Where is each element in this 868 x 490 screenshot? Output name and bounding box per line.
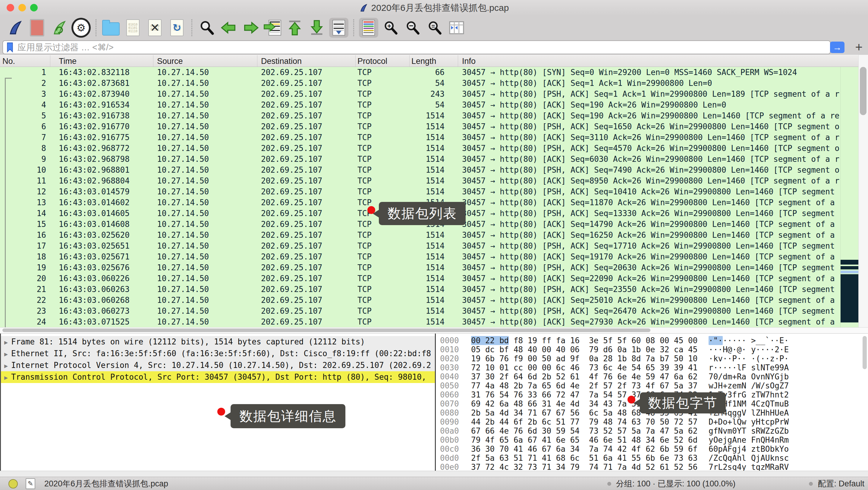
- horizontal-scrollbar-thumb[interactable]: [2, 329, 650, 332]
- close-window-button[interactable]: [7, 4, 14, 11]
- packet-no-cell: 24: [0, 316, 50, 327]
- packet-protocol-cell: TCP: [355, 89, 410, 99]
- go-to-packet-button[interactable]: [263, 18, 282, 38]
- minimize-window-button[interactable]: [19, 4, 26, 11]
- detail-row[interactable]: ▶Transmission Control Protocol, Src Port…: [1, 371, 435, 383]
- hex-row[interactable]: 003072 10 01 cc 00 00 6c 46 73 6c 4e 54 …: [436, 363, 868, 372]
- packet-row[interactable]: 1116:43:02.96880410.27.14.50202.69.25.10…: [0, 175, 840, 186]
- hex-row[interactable]: 00e037 72 4c 32 73 71 34 79 74 71 7a 4d …: [436, 463, 868, 471]
- start-capture-button[interactable]: [5, 18, 25, 38]
- packet-row[interactable]: 416:43:02.91653410.27.14.50202.69.25.107…: [0, 99, 840, 110]
- first-packet-button[interactable]: [285, 18, 304, 38]
- packet-row[interactable]: 316:43:02.87394010.27.14.50202.69.25.107…: [0, 89, 840, 99]
- display-filter-input[interactable]: [17, 42, 830, 53]
- column-header-length[interactable]: Length: [410, 55, 458, 67]
- packet-row[interactable]: 216:43:02.87368110.27.14.50202.69.25.107…: [0, 78, 840, 89]
- packet-protocol-cell: TCP: [355, 241, 410, 251]
- packet-row[interactable]: 816:43:02.96877210.27.14.50202.69.25.107…: [0, 143, 840, 154]
- detail-row[interactable]: ▶Frame 81: 1514 bytes on wire (12112 bit…: [1, 336, 435, 348]
- capture-options-button[interactable]: ⚙: [71, 18, 91, 38]
- expand-triangle-icon[interactable]: ▶: [1, 337, 11, 348]
- lower-panes: ▶Frame 81: 1514 bytes on wire (12112 bit…: [0, 334, 868, 471]
- zoom-reset-button[interactable]: =: [425, 18, 444, 38]
- auto-scroll-icon: [333, 20, 345, 36]
- expand-triangle-icon[interactable]: ▶: [1, 360, 11, 371]
- next-packet-button[interactable]: [241, 18, 260, 38]
- packet-source-cell: 10.27.14.50: [153, 316, 257, 327]
- resize-columns-button[interactable]: [447, 18, 466, 38]
- restart-capture-button[interactable]: [50, 18, 69, 38]
- packet-row[interactable]: 616:43:02.91677010.27.14.50202.69.25.107…: [0, 121, 840, 132]
- hex-row[interactable]: 000000 22 bd f8 19 ff fa 16 3e 5f 5f 60 …: [436, 336, 868, 345]
- packet-source-cell: 10.27.14.50: [153, 208, 257, 219]
- column-header-time[interactable]: Time: [50, 55, 153, 67]
- packet-row[interactable]: 1216:43:03.01457910.27.14.50202.69.25.10…: [0, 186, 840, 197]
- apply-filter-button[interactable]: →: [830, 41, 844, 53]
- column-header-destination[interactable]: Destination: [257, 55, 355, 67]
- expert-info-icon[interactable]: [8, 479, 18, 489]
- packet-row[interactable]: 1916:43:03.02567610.27.14.50202.69.25.10…: [0, 262, 840, 273]
- detail-row[interactable]: ▶Ethernet II, Src: fa:16:3e:5f:5f:60 (fa…: [1, 348, 435, 360]
- packet-list-vertical-scrollbar[interactable]: [858, 55, 868, 327]
- packet-row[interactable]: 2416:43:03.07152510.27.14.50202.69.25.10…: [0, 316, 840, 327]
- expand-triangle-icon[interactable]: ▶: [1, 348, 11, 360]
- packet-row[interactable]: 2016:43:03.06022610.27.14.50202.69.25.10…: [0, 273, 840, 284]
- previous-packet-button[interactable]: [219, 18, 239, 38]
- hex-row[interactable]: 005077 4a 48 2b 7a 65 6d 4e 2f 57 2f 73 …: [436, 381, 868, 390]
- capture-comment-icon[interactable]: ✎: [26, 478, 35, 489]
- packet-row[interactable]: 916:43:02.96879810.27.14.50202.69.25.107…: [0, 154, 840, 164]
- hex-row[interactable]: 009044 2b 44 6f 2b 6c 51 77 79 48 74 63 …: [436, 417, 868, 426]
- vertical-scrollbar-thumb[interactable]: [860, 67, 867, 115]
- fullscreen-window-button[interactable]: [30, 4, 38, 11]
- open-file-button[interactable]: [101, 18, 121, 38]
- hex-bytes: 37 30 2f 64 6d 2b 52 61 4f 76 6e 4e 59 4…: [471, 372, 698, 381]
- packet-row[interactable]: 1816:43:03.02567110.27.14.50202.69.25.10…: [0, 251, 840, 262]
- close-file-button[interactable]: 0101001101✕: [145, 18, 164, 38]
- zoom-in-button[interactable]: +: [381, 18, 400, 38]
- packet-length-cell: 1514: [410, 306, 458, 316]
- auto-scroll-button[interactable]: [329, 18, 348, 38]
- hex-row[interactable]: 00c036 30 70 41 46 67 6a 34 7a 74 42 4f …: [436, 445, 868, 454]
- expand-triangle-icon[interactable]: ▶: [1, 372, 11, 383]
- detail-row[interactable]: ▶Internet Protocol Version 4, Src: 10.27…: [1, 360, 435, 371]
- packet-row[interactable]: 2316:43:03.06027310.27.14.50202.69.25.10…: [0, 306, 840, 316]
- column-header-no[interactable]: No.: [0, 55, 50, 67]
- profile-selector[interactable]: 配置: Default: [818, 478, 864, 489]
- arrow-into-list-icon: [262, 21, 276, 33]
- column-header-protocol[interactable]: Protocol: [355, 55, 410, 67]
- save-file-button[interactable]: 010100110101110: [123, 18, 143, 38]
- display-filter-box[interactable]: [2, 40, 831, 54]
- toolbar-separator: [96, 19, 96, 36]
- reload-file-button[interactable]: 10101110↻: [167, 18, 187, 38]
- packet-row[interactable]: 2216:43:03.06026810.27.14.50202.69.25.10…: [0, 295, 840, 306]
- hex-row[interactable]: 00a067 66 4e 76 6d 30 59 54 73 52 57 5a …: [436, 426, 868, 435]
- hex-bytes: 72 10 01 cc 00 00 6c 46 73 6c 4e 54 65 3…: [471, 363, 698, 372]
- add-filter-button[interactable]: +: [855, 40, 863, 54]
- hex-row[interactable]: 004037 30 2f 64 6d 2b 52 61 4f 76 6e 4e …: [436, 372, 868, 381]
- hex-row[interactable]: 00b079 4f 65 6a 67 41 6e 65 46 6e 51 48 …: [436, 435, 868, 445]
- packet-no-cell: 15: [0, 219, 50, 229]
- last-packet-button[interactable]: [307, 18, 327, 38]
- packet-row[interactable]: 716:43:02.91677510.27.14.50202.69.25.107…: [0, 132, 840, 143]
- hex-row[interactable]: 002019 6b 76 f9 00 50 ad 9f 0a 28 1b 8d …: [436, 354, 868, 363]
- packet-info-cell: 30457 → http(80) [ACK] Seq=25010 Ack=26 …: [458, 295, 840, 306]
- packet-row[interactable]: 1716:43:03.02565110.27.14.50202.69.25.10…: [0, 241, 840, 251]
- packet-row[interactable]: 1616:43:03.02562010.27.14.50202.69.25.10…: [0, 229, 840, 241]
- packet-list-minimap[interactable]: [840, 67, 859, 327]
- packet-row[interactable]: 116:43:02.83211810.27.14.50202.69.25.107…: [0, 67, 840, 78]
- packet-source-cell: 10.27.14.50: [153, 132, 257, 143]
- colorize-packets-button[interactable]: [359, 18, 378, 38]
- packet-row[interactable]: 516:43:02.91673810.27.14.50202.69.25.107…: [0, 110, 840, 121]
- packet-list-horizontal-scrollbar[interactable]: [0, 327, 868, 334]
- column-header-source[interactable]: Source: [153, 55, 257, 67]
- packet-row[interactable]: 1016:43:02.96880110.27.14.50202.69.25.10…: [0, 164, 840, 175]
- bookmark-icon[interactable]: [6, 42, 14, 53]
- zoom-out-button[interactable]: −: [403, 18, 422, 38]
- hex-row[interactable]: 001005 dc bf 48 40 00 40 06 79 d6 0a 1b …: [436, 345, 868, 354]
- hex-ascii: /ZcQqAhl QjAUknsc: [709, 454, 789, 463]
- hex-row[interactable]: 00d02f 5a 63 51 71 41 68 6c 51 6a 41 55 …: [436, 454, 868, 463]
- find-packet-button[interactable]: [197, 18, 216, 38]
- column-header-info[interactable]: Info: [458, 55, 868, 67]
- packet-row[interactable]: 2116:43:03.06026310.27.14.50202.69.25.10…: [0, 284, 840, 295]
- stop-capture-button[interactable]: [27, 18, 47, 38]
